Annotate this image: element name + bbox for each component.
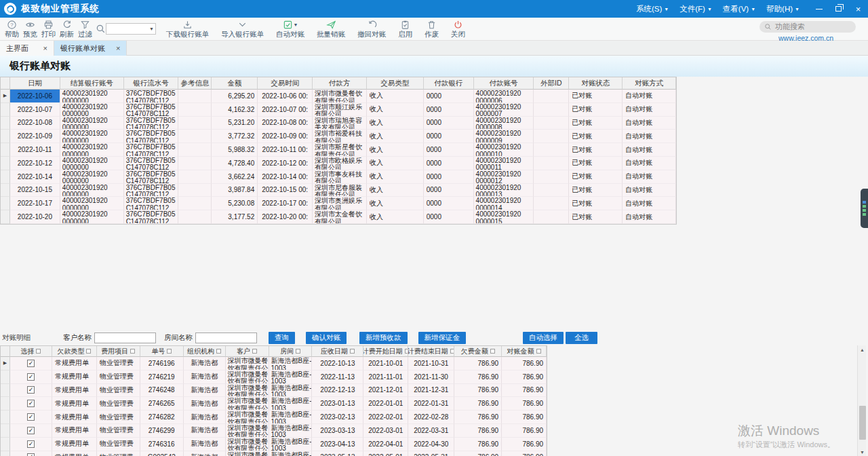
cell-bank[interactable]: 0000 xyxy=(424,197,474,210)
cell-serial[interactable]: 376C7BDF7B05C147078C112 xyxy=(124,130,179,143)
row-checkbox[interactable]: ✓ xyxy=(27,453,35,456)
toolbar-eye-button[interactable]: 预览 xyxy=(21,20,39,39)
column-header-ext_id[interactable]: 外部ID xyxy=(534,77,569,90)
cell-amount[interactable]: 5,230.08 xyxy=(212,197,258,210)
cell-bill_end[interactable]: 2022-05-31 xyxy=(408,451,454,456)
cell-ref[interactable] xyxy=(178,197,212,210)
column-header-payer[interactable]: 付款方 xyxy=(313,77,367,90)
cell-time[interactable]: 2022-10-06 00: xyxy=(258,90,313,103)
cell-payer[interactable]: 深圳市微曼餐饮有限责任公司 xyxy=(313,90,367,103)
cell-payer[interactable]: 深圳市瑞旭美容美发有限公司 xyxy=(313,117,367,130)
menu-2[interactable]: 查看(V)▼ xyxy=(723,4,755,14)
cell-amount[interactable]: 3,177.52 xyxy=(212,210,258,224)
column-header-amount[interactable]: 金额 xyxy=(212,77,258,90)
cell-bill_start[interactable]: 2022-04-01 xyxy=(363,438,408,451)
cell-account[interactable]: 4000023019200000000 xyxy=(60,157,124,170)
cell-org[interactable]: 新海浩都 xyxy=(184,370,226,384)
cell-due_date[interactable]: 2023-03-13 xyxy=(312,424,363,438)
detail-row-7[interactable]: ✓常规费用单物业管理费G002542新海浩都深圳市微曼餐饮有限责任公新海浩都B座… xyxy=(1,451,547,456)
cell-order_no[interactable]: 2746316 xyxy=(140,438,184,451)
cell-type[interactable]: 收入 xyxy=(367,130,424,143)
toolbar-check-square-button[interactable]: ▼自动对账 xyxy=(270,20,311,39)
cell-bill_start[interactable]: 2021-11-01 xyxy=(363,370,408,384)
toolbar-download-button[interactable]: 下载银行账单 xyxy=(160,20,215,39)
cell-payer[interactable]: 深圳市裕爱科技有限公司 xyxy=(313,130,367,143)
cell-date[interactable]: 2022-10-14 xyxy=(10,170,60,184)
cell-bill_start[interactable]: 2021-12-01 xyxy=(363,384,408,398)
cell-ref[interactable] xyxy=(178,143,212,157)
cell-amount[interactable]: 786.90 xyxy=(502,438,547,451)
cell-pay_account[interactable]: 4000023019200000009 xyxy=(474,130,534,143)
cell-arrears[interactable]: 786.90 xyxy=(454,424,502,438)
cell-date[interactable]: 2022-10-07 xyxy=(10,103,60,117)
cell-payer[interactable]: 深圳市斯星餐饮有限责任公司 xyxy=(313,143,367,157)
cell-bank[interactable]: 0000 xyxy=(424,157,474,170)
cell-ext_id[interactable] xyxy=(534,210,569,224)
cell-bill_end[interactable]: 2021-11-30 xyxy=(408,370,454,384)
cell-serial[interactable]: 376C7BDF7B05C147078C112 xyxy=(124,157,179,170)
cell-serial[interactable]: 376C7BDF7B05C147078C112 xyxy=(124,210,179,224)
detail-row-1[interactable]: ✓常规费用单物业管理费2746219新海浩都深圳市微曼餐饮有限责任公新海浩都B座… xyxy=(1,370,547,384)
filter-icon[interactable] xyxy=(36,349,41,354)
filter-icon[interactable] xyxy=(167,349,172,354)
cell-customer[interactable]: 深圳市微曼餐饮有限责任公 xyxy=(226,438,269,451)
auto-select-button[interactable]: 自动选择 xyxy=(523,332,564,344)
toolbar-power-button[interactable]: 关闭 xyxy=(445,20,471,39)
cell-amount[interactable]: 786.90 xyxy=(502,357,547,370)
cell-time[interactable]: 2022-10-15 00: xyxy=(258,184,313,197)
cell-ext_id[interactable] xyxy=(534,157,569,170)
column-header-bill_start[interactable]: 计费开始日期 xyxy=(363,346,408,357)
cell-bill_end[interactable]: 2022-03-31 xyxy=(408,424,454,438)
cell-ext_id[interactable] xyxy=(534,170,569,184)
cell-serial[interactable]: 376C7BDF7B05C147078C112 xyxy=(124,197,179,210)
column-header-serial[interactable]: 银行流水号 xyxy=(124,77,179,90)
cell-customer[interactable]: 深圳市微曼餐饮有限责任公 xyxy=(226,357,269,370)
cell-status[interactable]: 已对账 xyxy=(569,103,623,117)
cell-amount[interactable]: 4,728.40 xyxy=(212,157,258,170)
close-icon[interactable]: × xyxy=(43,44,47,52)
cell-amount[interactable]: 5,231.20 xyxy=(212,117,258,130)
cell-customer[interactable]: 深圳市微曼餐饮有限责任公 xyxy=(226,424,269,438)
cell-arrears[interactable]: 786.90 xyxy=(454,438,502,451)
cell-time[interactable]: 2022-10-08 00: xyxy=(258,117,313,130)
cell-pay_account[interactable]: 4000023019200000011 xyxy=(474,157,534,170)
cell-method[interactable]: 自动对账 xyxy=(623,130,676,143)
cell-due_date[interactable]: 2022-11-13 xyxy=(312,370,363,384)
bank-row-0[interactable]: ▶2022-10-064000023019200000000376C7BDF7B… xyxy=(1,90,676,103)
cell-bank[interactable]: 0000 xyxy=(424,143,474,157)
cell-amount[interactable]: 6,295.20 xyxy=(212,90,258,103)
column-header-due_date[interactable]: 应收日期 xyxy=(312,346,363,357)
cell-ref[interactable] xyxy=(178,210,212,224)
cell-fee_item[interactable]: 物业管理费 xyxy=(97,370,140,384)
cell-status[interactable]: 已对账 xyxy=(569,170,623,184)
cell-method[interactable]: 自动对账 xyxy=(623,184,676,197)
toolbar-search-combo[interactable]: ▼ xyxy=(106,23,156,35)
column-header-bank[interactable]: 付款银行 xyxy=(424,77,474,90)
detail-row-0[interactable]: ▶✓常规费用单物业管理费2746196新海浩都深圳市微曼餐饮有限责任公新海浩都B… xyxy=(1,357,547,370)
cell-method[interactable]: 自动对账 xyxy=(623,197,676,210)
restore-button[interactable] xyxy=(829,0,848,18)
cell-bill_end[interactable]: 2022-01-31 xyxy=(408,397,454,411)
cell-account[interactable]: 4000023019200000000 xyxy=(60,143,124,157)
cell-arrears[interactable]: 786.90 xyxy=(454,370,502,384)
cell-amount[interactable]: 786.90 xyxy=(502,384,547,398)
filter-icon[interactable] xyxy=(296,349,300,354)
cell-bill_end[interactable]: 2022-04-30 xyxy=(408,438,454,451)
cell-amount[interactable]: 786.90 xyxy=(502,370,547,384)
cell-ext_id[interactable] xyxy=(534,117,569,130)
cell-debt_type[interactable]: 常规费用单 xyxy=(52,384,97,398)
cell-bank[interactable]: 0000 xyxy=(424,103,474,117)
cell-amount[interactable]: 786.90 xyxy=(502,424,547,438)
cell-payer[interactable]: 深圳市奥洲娱乐有限公司 xyxy=(313,197,367,210)
cell-type[interactable]: 收入 xyxy=(367,90,424,103)
row-checkbox[interactable]: ✓ xyxy=(27,413,35,421)
cell-type[interactable]: 收入 xyxy=(367,210,424,224)
cell-status[interactable]: 已对账 xyxy=(569,157,623,170)
cell-order_no[interactable]: 2746219 xyxy=(140,370,184,384)
bank-row-1[interactable]: 2022-10-074000023019200000000376C7BDF7B0… xyxy=(1,103,676,117)
cell-arrears[interactable]: 786.90 xyxy=(454,357,502,370)
cell-fee_item[interactable]: 物业管理费 xyxy=(97,357,140,370)
cell-fee_item[interactable]: 物业管理费 xyxy=(97,397,140,411)
cell-ext_id[interactable] xyxy=(534,130,569,143)
customer-name-input[interactable] xyxy=(94,332,156,343)
